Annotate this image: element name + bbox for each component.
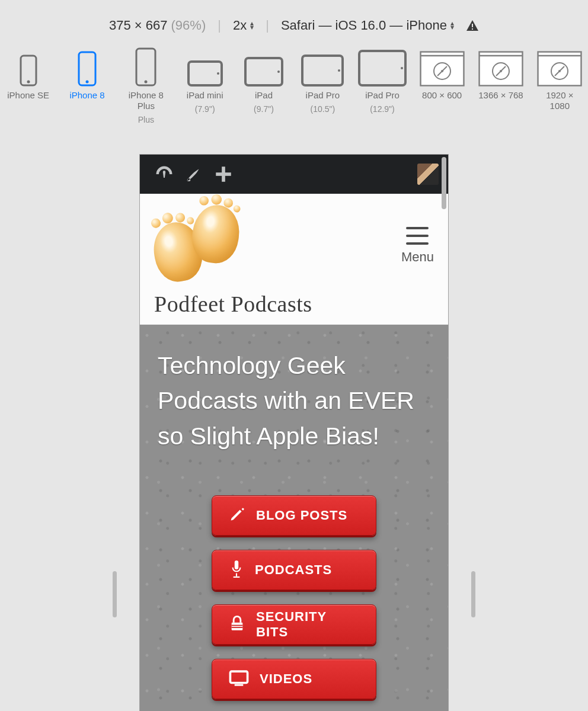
- device-picker: iPhone SE iPhone 8 iPhone 8 Plus Plus iP…: [0, 44, 588, 136]
- svg-point-9: [217, 72, 219, 75]
- environment-value: Safari — iOS 16.0 — iPhone: [281, 18, 447, 33]
- pencil-icon: [229, 506, 245, 525]
- svg-rect-38: [230, 671, 247, 683]
- separator: |: [266, 18, 269, 33]
- device-sublabel: (10.5"): [311, 104, 335, 114]
- scrollbar-thumb[interactable]: [442, 157, 446, 209]
- device-ipad-mini[interactable]: iPad mini (7.9"): [181, 44, 228, 114]
- svg-point-5: [86, 81, 89, 84]
- svg-point-13: [338, 69, 340, 72]
- svg-point-11: [277, 71, 280, 73]
- tablet-icon: [358, 44, 407, 87]
- site-logo[interactable]: [154, 204, 249, 287]
- podcasts-button[interactable]: PODCASTS: [212, 550, 376, 590]
- stepper-icon: ▴▾: [450, 21, 454, 29]
- svg-rect-14: [359, 51, 405, 85]
- device-label: 1920 × 1080: [536, 90, 583, 111]
- device-iphone-8[interactable]: iPhone 8: [63, 44, 110, 101]
- button-label: SECURITY BITS: [256, 609, 363, 640]
- button-label: PODCASTS: [255, 562, 332, 578]
- responsive-info-bar: 375 × 667 (96%) | 2x ▴▾ | Safari — iOS 1…: [0, 0, 588, 44]
- device-ipad[interactable]: iPad (9.7"): [240, 44, 287, 114]
- svg-rect-1: [472, 28, 473, 30]
- svg-rect-8: [188, 62, 222, 85]
- svg-point-3: [27, 81, 30, 84]
- simulated-viewport: Menu Podfeet Podcasts Technology Geek Po…: [139, 154, 449, 711]
- lock-icon: [229, 615, 245, 634]
- svg-rect-6: [136, 49, 155, 85]
- scale-selector[interactable]: 2x ▴▾: [233, 18, 254, 33]
- device-iphone-se[interactable]: iPhone SE: [5, 44, 52, 101]
- desktop-icon: [478, 44, 523, 87]
- phone-icon: [20, 44, 37, 87]
- site-tagline: Technology Geek Podcasts with an EVER so…: [158, 348, 430, 454]
- site-header: Menu Podfeet Podcasts: [140, 194, 448, 325]
- device-sublabel: Plus: [138, 115, 154, 124]
- button-label: VIDEOS: [260, 671, 312, 687]
- tablet-icon: [244, 44, 283, 87]
- svg-rect-26: [538, 52, 581, 86]
- svg-rect-33: [235, 561, 238, 569]
- environment-selector[interactable]: Safari — iOS 16.0 — iPhone ▴▾: [281, 18, 454, 33]
- wp-admin-bar: [140, 155, 448, 194]
- tablet-icon: [301, 44, 344, 87]
- device-desktop-800[interactable]: 800 × 600: [418, 44, 465, 101]
- svg-rect-32: [216, 172, 231, 176]
- device-ipad-pro-12[interactable]: iPad Pro (12.9"): [358, 44, 407, 114]
- svg-rect-21: [479, 52, 522, 86]
- svg-rect-35: [232, 623, 243, 630]
- stepper-icon: ▴▾: [250, 21, 254, 29]
- button-label: BLOG POSTS: [256, 508, 347, 523]
- device-label: iPhone 8: [69, 90, 104, 101]
- device-label: 1366 × 768: [478, 90, 523, 101]
- device-sublabel: (9.7"): [254, 104, 274, 114]
- viewport-dimensions-value: 375 × 667: [109, 18, 167, 33]
- svg-rect-16: [420, 52, 464, 86]
- warning-icon[interactable]: [466, 20, 479, 31]
- tablet-icon: [187, 44, 223, 87]
- device-label: iPhone 8 Plus: [123, 90, 170, 111]
- viewport-dimensions[interactable]: 375 × 667 (96%): [109, 18, 206, 33]
- desktop-icon: [420, 44, 465, 87]
- device-label: iPad Pro: [306, 90, 340, 101]
- svg-rect-10: [245, 58, 282, 85]
- menu-label: Menu: [401, 249, 434, 265]
- device-label: iPhone SE: [7, 90, 49, 101]
- monitor-icon: [229, 670, 249, 688]
- svg-point-7: [145, 81, 148, 84]
- svg-rect-0: [472, 24, 473, 27]
- svg-point-15: [401, 67, 403, 69]
- device-sublabel: (7.9"): [195, 104, 215, 114]
- svg-point-20: [441, 70, 443, 72]
- customize-icon[interactable]: [179, 164, 209, 184]
- svg-point-25: [500, 70, 502, 72]
- svg-point-30: [558, 70, 561, 72]
- svg-rect-34: [234, 577, 240, 578]
- cta-button-column: BLOG POSTS PODCASTS SECURITY BITS: [158, 495, 430, 699]
- device-label: 800 × 600: [422, 90, 462, 101]
- device-sublabel: (12.9"): [370, 104, 395, 114]
- phone-icon: [135, 44, 156, 87]
- blog-posts-button[interactable]: BLOG POSTS: [212, 495, 376, 536]
- device-iphone-8-plus[interactable]: iPhone 8 Plus Plus: [123, 44, 170, 124]
- device-ipad-pro-10[interactable]: iPad Pro (10.5"): [299, 44, 346, 114]
- dashboard-icon[interactable]: [149, 164, 179, 185]
- desktop-icon: [537, 44, 582, 87]
- user-avatar[interactable]: [417, 164, 439, 185]
- add-new-icon[interactable]: [209, 164, 238, 184]
- phone-icon: [78, 44, 97, 87]
- device-label: iPad: [255, 90, 273, 101]
- separator: |: [218, 18, 221, 33]
- device-desktop-1920[interactable]: 1920 × 1080: [536, 44, 583, 111]
- microphone-icon: [229, 560, 244, 580]
- scale-value: 2x: [233, 18, 247, 33]
- menu-toggle[interactable]: Menu: [401, 227, 434, 265]
- videos-button[interactable]: VIDEOS: [212, 659, 376, 699]
- device-label: iPad mini: [187, 90, 223, 101]
- viewport-zoom-pct: (96%): [171, 18, 206, 33]
- site-title: Podfeet Podcasts: [154, 291, 434, 317]
- security-bits-button[interactable]: SECURITY BITS: [212, 604, 376, 645]
- resize-handle-right[interactable]: [471, 571, 475, 617]
- resize-handle-left[interactable]: [113, 571, 117, 617]
- device-desktop-1366[interactable]: 1366 × 768: [477, 44, 524, 101]
